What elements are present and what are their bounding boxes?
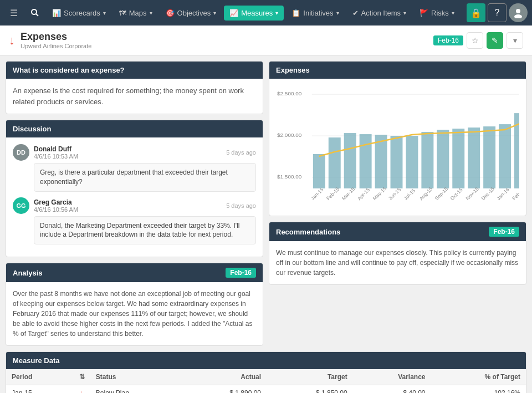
discussion-name-2: Greg Garcia xyxy=(34,198,222,206)
chevron-down-icon: ▾ xyxy=(103,10,106,16)
col-variance: Variance xyxy=(353,369,431,385)
analysis-header: Analysis Feb-16 xyxy=(6,263,263,282)
cell-target: $ 1,850.00 xyxy=(267,385,353,393)
table-header-row: Period ⇅ Status Actual Target Variance %… xyxy=(6,369,526,385)
analysis-text: Over the past 8 months we have not done … xyxy=(6,282,263,345)
left-column: What is considered an expense? An expens… xyxy=(6,61,263,346)
chevron-down-icon: ▾ xyxy=(213,10,216,16)
page-header-left: ↓ Expenses Upward Airlines Corporate xyxy=(9,31,91,49)
nav-initiatives[interactable]: 📋 Initiatives ▾ xyxy=(286,6,344,21)
svg-rect-19 xyxy=(452,129,464,188)
svg-rect-22 xyxy=(499,124,511,188)
maps-icon: 🗺 xyxy=(119,9,126,17)
svg-point-3 xyxy=(514,14,522,18)
action-items-icon: ✔ xyxy=(352,9,359,17)
analysis-card: Analysis Feb-16 Over the past 8 months w… xyxy=(6,263,263,346)
table-header: Measure Data xyxy=(6,352,526,369)
recommendations-title: Recommendations xyxy=(276,228,340,236)
discussion-card: Discussion DD Donald Duff 4/6/16 10:53 A… xyxy=(6,120,263,257)
edit-button[interactable]: ✎ xyxy=(487,32,503,49)
page-header: ↓ Expenses Upward Airlines Corporate Feb… xyxy=(0,25,532,55)
svg-text:$2,500.00: $2,500.00 xyxy=(277,90,302,96)
caret-button[interactable]: ▾ xyxy=(507,32,523,49)
page-title-group: Expenses Upward Airlines Corporate xyxy=(21,31,91,49)
right-column: Expenses $2,500.00 $2,000.00 $1,500.00 xyxy=(269,61,526,346)
svg-text:Feb-15: Feb-15 xyxy=(325,186,340,201)
avatar-dd: DD xyxy=(13,144,29,161)
chart-header: Expenses xyxy=(269,62,526,79)
discussion-body: DD Donald Duff 4/6/16 10:53 AM 5 days ag… xyxy=(6,137,263,257)
svg-rect-13 xyxy=(360,134,372,188)
svg-text:Apr-15: Apr-15 xyxy=(356,187,371,201)
col-target: Target xyxy=(267,369,353,385)
discussion-bubble-2: Donald, the Marketing Department exceede… xyxy=(34,216,256,245)
svg-line-1 xyxy=(36,14,38,16)
svg-text:Jun-15: Jun-15 xyxy=(387,187,402,201)
lock-button[interactable]: 🔒 xyxy=(467,3,485,22)
nav-objectives[interactable]: 🎯 Objectives ▾ xyxy=(160,6,222,21)
description-text: An expense is the cost required for some… xyxy=(13,85,256,107)
svg-text:$2,000.00: $2,000.00 xyxy=(277,132,302,138)
star-button[interactable]: ☆ xyxy=(467,32,483,49)
svg-rect-16 xyxy=(406,136,418,188)
col-pct: % of Target xyxy=(431,369,526,385)
objectives-icon: 🎯 xyxy=(166,9,175,17)
recommendations-date-badge: Feb-16 xyxy=(489,227,519,237)
discussion-meta-1: Donald Duff 4/6/16 10:53 AM xyxy=(34,145,222,160)
data-table-section: Measure Data Period ⇅ Status Actual Targ… xyxy=(6,351,526,393)
nav-action-items[interactable]: ✔ Action Items ▾ xyxy=(347,6,412,21)
analysis-title: Analysis xyxy=(13,269,42,277)
avatar[interactable] xyxy=(509,3,528,22)
avatar-gg: GG xyxy=(13,197,29,214)
description-header: What is considered an expense? xyxy=(6,62,263,79)
data-table: Period ⇅ Status Actual Target Variance %… xyxy=(6,369,526,393)
discussion-name-1: Donald Duff xyxy=(34,145,222,153)
discussion-header-1: DD Donald Duff 4/6/16 10:53 AM 5 days ag… xyxy=(13,144,256,161)
col-actual: Actual xyxy=(180,369,267,385)
chevron-down-icon: ▾ xyxy=(275,10,278,16)
table-row: Jan-15 ↓ Below Plan $ 1,890.00 $ 1,850.0… xyxy=(6,385,526,393)
discussion-item-1: DD Donald Duff 4/6/16 10:53 AM 5 days ag… xyxy=(13,144,256,192)
svg-text:Jan-16: Jan-16 xyxy=(495,187,510,201)
svg-text:Jan-15: Jan-15 xyxy=(310,187,324,201)
search-button[interactable] xyxy=(25,3,44,22)
nav-scorecards[interactable]: 📊 Scorecards ▾ xyxy=(47,6,111,21)
svg-rect-12 xyxy=(344,133,356,188)
page-title: Expenses xyxy=(21,31,91,43)
nav-risks[interactable]: 🚩 Risks ▾ xyxy=(414,6,460,21)
page-header-right: Feb-16 ☆ ✎ ▾ xyxy=(433,32,523,49)
table-body: Jan-15 ↓ Below Plan $ 1,890.00 $ 1,850.0… xyxy=(6,385,526,393)
hamburger-button[interactable]: ☰ xyxy=(4,3,23,22)
recommendations-text: We must continue to manage our expenses … xyxy=(269,241,526,284)
navbar: ☰ 📊 Scorecards ▾ 🗺 Maps ▾ 🎯 Objectives ▾… xyxy=(0,0,532,25)
description-card: What is considered an expense? An expens… xyxy=(6,61,263,114)
svg-text:$1,500.00: $1,500.00 xyxy=(277,173,302,180)
discussion-header: Discussion xyxy=(6,120,263,137)
initiatives-icon: 📋 xyxy=(291,9,300,17)
svg-point-0 xyxy=(32,9,37,14)
svg-rect-20 xyxy=(468,127,480,188)
col-sort[interactable]: ⇅ xyxy=(74,369,90,385)
svg-text:Feb-16: Feb-16 xyxy=(511,186,519,201)
trend-down-icon: ↓ xyxy=(9,33,15,48)
risks-icon: 🚩 xyxy=(420,9,428,17)
discussion-meta-2: Greg Garcia 4/6/16 10:56 AM xyxy=(34,198,222,213)
chevron-down-icon: ▾ xyxy=(336,10,339,16)
chart-card: Expenses $2,500.00 $2,000.00 $1,500.00 xyxy=(269,61,526,216)
trend-down-icon: ↓ xyxy=(79,389,83,393)
svg-rect-21 xyxy=(483,126,495,188)
cell-actual: $ 1,890.00 xyxy=(180,385,267,393)
recommendations-card: Recommendations Feb-16 We must continue … xyxy=(269,222,526,285)
svg-rect-11 xyxy=(329,137,341,188)
nav-maps[interactable]: 🗺 Maps ▾ xyxy=(114,6,158,21)
cell-pct: 102.16% xyxy=(431,385,526,393)
discussion-date-2: 4/6/16 10:56 AM xyxy=(34,206,222,213)
date-badge: Feb-16 xyxy=(433,35,463,45)
svg-rect-15 xyxy=(391,136,403,188)
nav-measures[interactable]: 📈 Measures ▾ xyxy=(224,6,284,21)
recommendations-header: Recommendations Feb-16 xyxy=(269,222,526,241)
svg-text:Mar-15: Mar-15 xyxy=(341,186,356,201)
chevron-down-icon: ▾ xyxy=(403,10,406,16)
svg-point-2 xyxy=(516,9,520,13)
help-button[interactable]: ? xyxy=(488,3,507,22)
